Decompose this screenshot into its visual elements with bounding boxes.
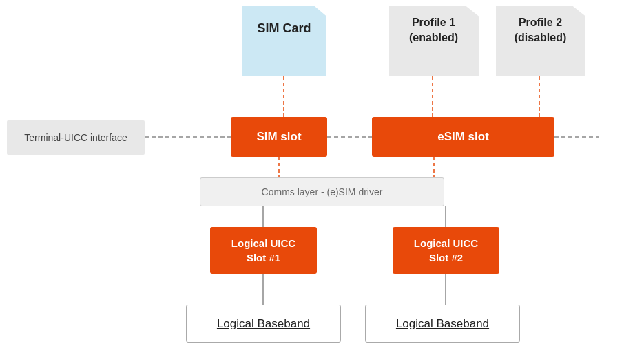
terminal-uicc-box: Terminal-UICC interface — [7, 120, 145, 155]
sim-slot-label: SIM slot — [256, 130, 301, 144]
sim-card-label: SIM Card — [251, 21, 317, 36]
sim-slot-box: SIM slot — [231, 117, 327, 157]
logical-uicc-1-box: Logical UICCSlot #1 — [210, 227, 317, 274]
terminal-uicc-label: Terminal-UICC interface — [21, 129, 129, 146]
esim-slot-label: eSIM slot — [437, 130, 489, 144]
comms-layer-box: Comms layer - (e)SIM driver — [200, 177, 444, 206]
logical-baseband-2-label: Logical Baseband — [396, 317, 489, 331]
logical-uicc-1-label: Logical UICCSlot #1 — [231, 236, 295, 265]
logical-baseband-1-label: Logical Baseband — [217, 317, 310, 331]
comms-layer-label: Comms layer - (e)SIM driver — [262, 186, 383, 197]
profile2-label: Profile 2(disabled) — [501, 15, 580, 46]
architecture-diagram: SIM Card Profile 1(enabled) Profile 2(di… — [0, 0, 644, 357]
esim-slot-box: eSIM slot — [372, 117, 554, 157]
sim-card-shape — [242, 6, 326, 76]
logical-uicc-2-box: Logical UICCSlot #2 — [393, 227, 499, 274]
logical-baseband-1-box: Logical Baseband — [186, 305, 341, 343]
profile1-label: Profile 1(enabled) — [394, 15, 473, 46]
logical-uicc-2-label: Logical UICCSlot #2 — [414, 236, 478, 265]
logical-baseband-2-box: Logical Baseband — [365, 305, 520, 343]
